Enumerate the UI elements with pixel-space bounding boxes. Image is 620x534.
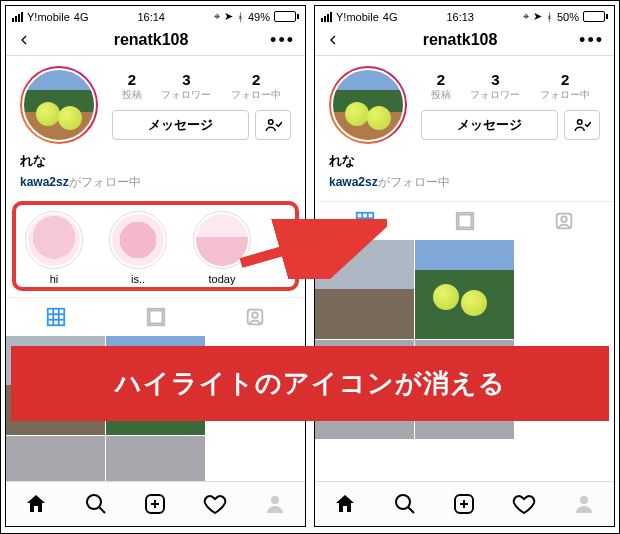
highlight-item[interactable]: hi — [18, 211, 90, 285]
post-thumb[interactable] — [415, 240, 514, 339]
status-bar: Y!mobile 4G 16:14 ⌖ ➤ ᚼ 49% — [6, 6, 305, 25]
location-icon: ➤ — [533, 10, 542, 23]
svg-point-25 — [561, 216, 567, 222]
bottom-nav — [315, 481, 614, 526]
gps-icon: ⌖ — [523, 10, 529, 23]
svg-point-10 — [87, 495, 101, 509]
tab-feed[interactable] — [415, 202, 515, 240]
message-button[interactable]: メッセージ — [421, 110, 558, 140]
stat-following[interactable]: 2フォロー中 — [540, 71, 590, 102]
stat-posts[interactable]: 2投稿 — [122, 71, 142, 102]
nav-new-post[interactable] — [126, 482, 186, 526]
navbar: renatk108 ••• — [315, 25, 614, 56]
network-label: 4G — [74, 11, 89, 23]
profile-avatar[interactable] — [20, 66, 98, 144]
nav-activity[interactable] — [185, 482, 245, 526]
tab-grid[interactable] — [6, 298, 106, 336]
tab-feed[interactable] — [106, 298, 206, 336]
nav-search[interactable] — [375, 482, 435, 526]
follow-status-button[interactable] — [564, 110, 600, 140]
battery-pct: 50% — [557, 11, 579, 23]
display-name: れな — [20, 152, 291, 170]
nav-new-post[interactable] — [435, 482, 495, 526]
svg-line-11 — [99, 507, 105, 513]
svg-line-27 — [408, 507, 414, 513]
status-bar: Y!mobile 4G 16:13 ⌖ ➤ ᚼ 50% — [315, 6, 614, 25]
network-label: 4G — [383, 11, 398, 23]
page-title: renatk108 — [423, 31, 498, 49]
bottom-nav — [6, 481, 305, 526]
svg-point-15 — [271, 496, 279, 504]
svg-point-9 — [252, 312, 258, 318]
tab-tagged[interactable] — [205, 298, 305, 336]
battery-pct: 49% — [248, 11, 270, 23]
svg-point-16 — [578, 119, 583, 124]
followed-by: kawa2szがフォロー中 — [315, 174, 614, 201]
carrier-label: Y!mobile — [336, 11, 379, 23]
clock: 16:14 — [137, 11, 165, 23]
back-button[interactable] — [325, 32, 341, 48]
message-button[interactable]: メッセージ — [112, 110, 249, 140]
signal-icon — [321, 12, 332, 22]
nav-activity[interactable] — [494, 482, 554, 526]
followed-by: kawa2szがフォロー中 — [6, 174, 305, 201]
display-name: れな — [329, 152, 600, 170]
bluetooth-icon: ᚼ — [237, 11, 244, 23]
profile-tabs — [6, 297, 305, 336]
signal-icon — [12, 12, 23, 22]
stat-followers[interactable]: 3フォロワー — [161, 71, 211, 102]
carrier-label: Y!mobile — [27, 11, 70, 23]
battery-icon — [583, 11, 608, 22]
tab-tagged[interactable] — [514, 202, 614, 240]
battery-icon — [274, 11, 299, 22]
clock: 16:13 — [446, 11, 474, 23]
svg-line-32 — [241, 227, 367, 263]
nav-profile[interactable] — [245, 482, 305, 526]
navbar: renatk108 ••• — [6, 25, 305, 56]
nav-home[interactable] — [315, 482, 375, 526]
nav-search[interactable] — [66, 482, 126, 526]
svg-point-0 — [269, 119, 274, 124]
highlight-item[interactable]: is.. — [102, 211, 174, 285]
svg-rect-22 — [458, 215, 471, 228]
svg-point-31 — [580, 496, 588, 504]
follow-status-button[interactable] — [255, 110, 291, 140]
annotation-banner: ハイライトのアイコンが消える — [11, 346, 609, 421]
nav-profile[interactable] — [554, 482, 614, 526]
back-button[interactable] — [16, 32, 32, 48]
stat-following[interactable]: 2フォロー中 — [231, 71, 281, 102]
svg-rect-6 — [149, 311, 162, 324]
nav-home[interactable] — [6, 482, 66, 526]
svg-rect-1 — [48, 309, 65, 326]
stat-posts[interactable]: 2投稿 — [431, 71, 451, 102]
location-icon: ➤ — [224, 10, 233, 23]
profile-stats: 2投稿 3フォロワー 2フォロー中 — [112, 71, 291, 102]
bluetooth-icon: ᚼ — [546, 11, 553, 23]
gps-icon: ⌖ — [214, 10, 220, 23]
stat-followers[interactable]: 3フォロワー — [470, 71, 520, 102]
svg-point-26 — [396, 495, 410, 509]
page-title: renatk108 — [114, 31, 189, 49]
profile-stats: 2投稿 3フォロワー 2フォロー中 — [421, 71, 600, 102]
post-empty — [515, 240, 614, 339]
annotation-arrow — [237, 219, 387, 279]
profile-avatar[interactable] — [329, 66, 407, 144]
